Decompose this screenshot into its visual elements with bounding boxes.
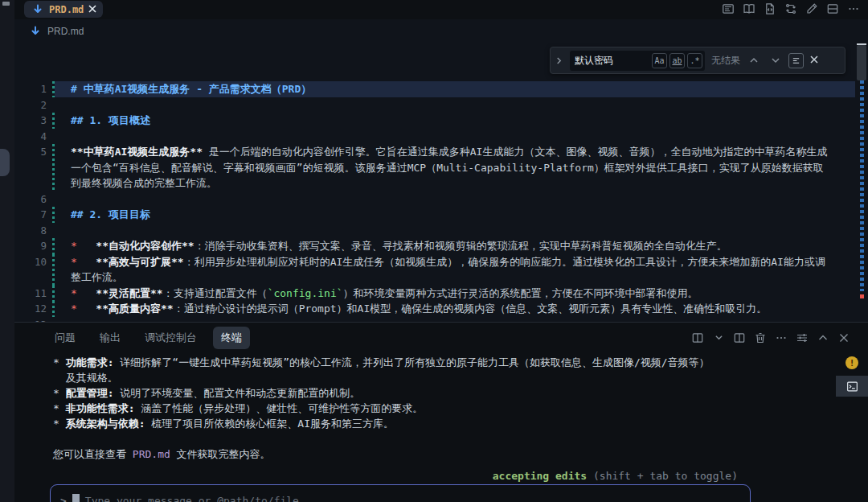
- chevron-down-icon[interactable]: [712, 331, 725, 344]
- editor-line: 4: [14, 129, 855, 145]
- editor-line: 10* **高效与可扩展**：利用异步处理机制应对耗时的AI生成任务（如视频生成…: [14, 254, 855, 286]
- markdown-file-icon: [31, 2, 44, 16]
- find-nav: [747, 54, 782, 68]
- chevron-up-icon[interactable]: [817, 331, 829, 344]
- match-case-toggle[interactable]: Aa: [652, 53, 667, 68]
- panel-tab-2[interactable]: 调试控制台: [137, 327, 205, 349]
- editor-line: 9* **自动化内容创作**：消除手动收集资料、撰写文案、录音、寻找素材和视频剪…: [14, 238, 855, 254]
- breadcrumb-label: PRD.md: [47, 26, 84, 37]
- code-editor[interactable]: 1# 中草药AI视频生成服务 - 产品需求文档（PRD）23## 1. 项目概述…: [14, 43, 868, 322]
- terminal-line: [53, 431, 833, 446]
- panel-tab-1[interactable]: 输出: [92, 327, 129, 349]
- overview-ruler-modified-marks: [860, 80, 864, 291]
- tab-label: PRD.md: [49, 4, 84, 15]
- find-expand-chevron-icon[interactable]: [554, 57, 563, 64]
- toggle-hint: (shift + tab to toggle): [587, 470, 738, 482]
- terminal-tab-active[interactable]: [836, 376, 868, 397]
- close-panel-icon[interactable]: [837, 331, 850, 344]
- split-editor-icon[interactable]: [825, 2, 839, 15]
- editor-actions: [721, 2, 860, 15]
- find-input[interactable]: [570, 55, 644, 66]
- tab-close-icon[interactable]: [88, 5, 96, 14]
- editor-line: 3## 1. 项目概述: [14, 113, 855, 129]
- find-input-wrap: Aaab.*: [570, 51, 705, 71]
- input-placeholder: Type your message or @path/to/file: [85, 495, 299, 502]
- trash-icon[interactable]: [754, 331, 767, 344]
- whole-word-toggle[interactable]: ab: [669, 53, 685, 68]
- terminal-actions: [691, 331, 868, 344]
- agent-mode-status: accepting edits (shift + tab to toggle): [493, 470, 738, 482]
- find-in-selection-icon[interactable]: [788, 53, 804, 68]
- regex-toggle[interactable]: .*: [687, 53, 702, 68]
- find-previous-icon[interactable]: [747, 54, 760, 68]
- panel-tab-3[interactable]: 终端: [213, 327, 250, 349]
- sliders-icon[interactable]: [796, 331, 809, 344]
- terminal-line: 及其规格。: [53, 370, 833, 385]
- file-code-icon[interactable]: [763, 2, 776, 15]
- panel-header: 问题输出调试控制台终端: [14, 323, 868, 352]
- editor-line: 5**中草药AI视频生成服务** 是一个后端的自动化内容创作引擎。它旨在通过集成…: [14, 144, 855, 191]
- panel-tabs: 问题输出调试控制台终端: [14, 327, 250, 349]
- editor-line: 2: [14, 97, 855, 113]
- bottom-panel: 问题输出调试控制台终端 * 功能需求: 详细拆解了“一键生成中草药短视频”的核心…: [14, 322, 868, 502]
- breadcrumb[interactable]: PRD.md: [14, 19, 868, 43]
- find-next-icon[interactable]: [768, 54, 782, 68]
- window-corner-glyph: [2, 2, 10, 6]
- terminal-line: * 功能需求: 详细拆解了“一键生成中草药短视频”的核心工作流，并列出了所有独立…: [53, 355, 833, 370]
- find-widget: Aaab.* 无结果: [550, 47, 845, 74]
- markdown-file-icon: [28, 25, 42, 39]
- more-icon[interactable]: [775, 331, 788, 344]
- editor-line: 11* **灵活配置**：支持通过配置文件（`config.ini`）和环境变量…: [14, 286, 855, 302]
- split-pane-icon[interactable]: [733, 331, 746, 344]
- terminal-line: * 配置管理: 说明了环境变量、配置文件和动态更新配置的机制。: [53, 385, 833, 401]
- editor-tab-prd-md[interactable]: PRD.md: [24, 1, 103, 18]
- overview-ruler-error-mark: [860, 294, 864, 298]
- split-terminal-icon[interactable]: [691, 331, 704, 344]
- sidebar-drag-handle[interactable]: [0, 149, 10, 176]
- open-book-icon[interactable]: [742, 2, 755, 15]
- find-close-icon[interactable]: [810, 55, 818, 66]
- more-actions-icon[interactable]: [846, 2, 860, 15]
- terminal-line: 您可以直接查看 PRD.md 文件获取完整内容。: [53, 446, 833, 462]
- editor-scrollbar[interactable]: [857, 45, 866, 80]
- terminal-line: * 系统架构与依赖: 梳理了项目所依赖的核心框架、AI服务和第三方库。: [53, 416, 833, 431]
- editor-line: 8: [14, 223, 855, 239]
- editor-line: 12* **高质量内容**：通过精心设计的提示词（Prompt）和AI模型，确保…: [14, 301, 855, 317]
- terminal-tab-list: !: [836, 355, 868, 397]
- warning-badge: !: [845, 356, 858, 369]
- editor-line: 6: [14, 191, 855, 208]
- editor-line: 7## 2. 项目目标: [14, 207, 855, 223]
- compare-changes-icon[interactable]: [784, 2, 797, 15]
- find-toggles: Aaab.*: [652, 53, 702, 68]
- prompt-symbol: >: [60, 495, 67, 502]
- preview-icon[interactable]: [721, 2, 735, 15]
- chat-message-input[interactable]: > Type your message or @path/to/file: [50, 484, 751, 502]
- edit-pencil-icon[interactable]: [805, 2, 818, 15]
- terminal-line: * 非功能性需求: 涵盖了性能（异步处理）、健壮性、可维护性等方面的要求。: [53, 401, 833, 416]
- terminal-output[interactable]: * 功能需求: 详细拆解了“一键生成中草药短视频”的核心工作流，并列出了所有独立…: [14, 355, 833, 462]
- text-cursor: [72, 494, 80, 502]
- accepting-edits-label: accepting edits: [493, 470, 587, 482]
- find-result-count: 无结果: [711, 54, 740, 68]
- editor-line: 1# 中草药AI视频生成服务 - 产品需求文档（PRD）: [14, 81, 855, 97]
- collapsed-sidebar-rail: [0, 0, 14, 502]
- tab-bar: PRD.md: [14, 0, 868, 19]
- panel-tab-0[interactable]: 问题: [47, 327, 84, 349]
- editor-lines: 1# 中草药AI视频生成服务 - 产品需求文档（PRD）23## 1. 项目概述…: [14, 81, 855, 322]
